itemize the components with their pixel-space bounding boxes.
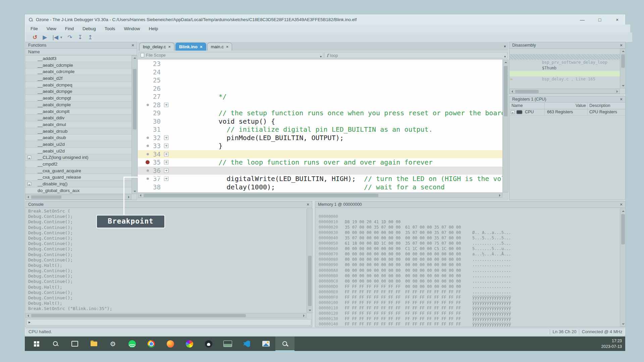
editor-horizontal-scrollbar[interactable] xyxy=(138,192,502,198)
close-registers-icon[interactable] xyxy=(619,96,624,103)
code-line[interactable]: 29 } xyxy=(138,109,502,117)
disassembly-rows[interactable]: bsp_prv_software_delay_loop $Thumb xyxy=(509,49,620,88)
function-dropdown[interactable]: floop ▾ xyxy=(324,52,507,58)
code-line[interactable]: 32 void loop() { xyxy=(138,134,502,142)
function-list-item[interactable]: __aeabi_dcmpgt xyxy=(25,95,131,102)
taskbar-item[interactable] xyxy=(218,337,237,351)
menu-item[interactable]: Tools xyxy=(105,26,115,31)
console-vertical-scrollbar[interactable] xyxy=(307,208,313,313)
run-button[interactable]: ▶ xyxy=(43,35,47,40)
function-list-item[interactable]: __aeabi_drsub xyxy=(25,128,131,135)
code-area[interactable]: 23 */ 24 25 xyxy=(138,60,503,192)
taskbar-item[interactable] xyxy=(65,337,84,351)
code-line[interactable]: 35 digitalWrite(LED_BUILTIN, LOW); // tu… xyxy=(138,158,502,167)
taskbar-item[interactable] xyxy=(256,337,275,351)
function-list-item[interactable]: __CLZ(long unsigned int) xyxy=(25,154,131,161)
fold-toggle-icon[interactable] xyxy=(164,135,168,140)
editor-tab[interactable]: Blink.ino xyxy=(175,43,206,51)
taskbar-item[interactable] xyxy=(180,337,199,351)
close-tab-icon[interactable] xyxy=(200,45,203,49)
title-bar[interactable]: Ozone - The J-Link Debugger V3.30a - C:/… xyxy=(25,15,625,24)
editor-vertical-scrollbar[interactable] xyxy=(502,60,508,192)
disassembly-row[interactable]: 000044F8 CMP R0, #0 xyxy=(509,76,620,82)
function-list-item[interactable]: __aeabi_dmul xyxy=(25,121,131,128)
taskbar-item[interactable] xyxy=(84,337,103,351)
code-line[interactable]: 27 // initialize digital pin LED_BUILTIN… xyxy=(138,93,502,101)
close-button[interactable]: × xyxy=(614,17,620,22)
step-out-button[interactable]: ↥ xyxy=(88,35,93,40)
registers-column-header[interactable]: Name Value Description xyxy=(509,103,625,109)
taskbar-item[interactable] xyxy=(142,337,161,351)
expand-icon[interactable] xyxy=(28,156,31,159)
function-list-item[interactable]: __cmpdf2 xyxy=(25,161,131,168)
menu-item[interactable]: View xyxy=(47,26,56,31)
function-list-item[interactable]: __aeabi_dcmplt xyxy=(25,108,131,115)
close-tab-icon[interactable] xyxy=(226,45,229,49)
taskbar-item[interactable] xyxy=(103,337,122,351)
fold-toggle-icon[interactable] xyxy=(164,160,168,165)
menu-item[interactable]: Find xyxy=(65,26,74,31)
code-line[interactable]: 28 pinMode(LED_BUILTIN, OUTPUT); xyxy=(138,101,502,109)
code-line[interactable]: 30 xyxy=(138,117,502,126)
console-output[interactable]: Break.SetOnSrc ( Debug.Continue(); Debug… xyxy=(25,208,307,312)
function-list-item[interactable]: __disable_irq() xyxy=(25,181,131,187)
expand-icon[interactable] xyxy=(511,110,515,114)
code-line[interactable]: 38 xyxy=(138,183,502,191)
menu-item[interactable]: File xyxy=(31,26,38,31)
tab-list-caret-icon[interactable]: ▾ xyxy=(504,44,506,49)
disassembly-row[interactable]: 000044FA BNE bsp_prv_sof xyxy=(509,82,620,87)
function-list-item[interactable]: __aeabi_dcmpge xyxy=(25,88,131,95)
register-row-cpu[interactable]: CPU 663 Registers CPU Registers xyxy=(509,109,625,116)
code-line[interactable]: 37 } xyxy=(138,175,502,183)
function-list-item[interactable]: __aeabi_dcmpeq xyxy=(25,82,131,88)
file-scope-dropdown[interactable]: File Scope ▾ xyxy=(139,52,323,58)
function-list-item[interactable]: __aeabi_dsub xyxy=(25,134,131,141)
console-horizontal-scrollbar[interactable] xyxy=(25,313,307,318)
functions-column-header[interactable]: Name xyxy=(25,49,137,55)
function-list-item[interactable]: __aeabi_ul2d xyxy=(25,148,131,155)
code-line[interactable]: 24 xyxy=(138,68,502,76)
menu-item[interactable]: Help xyxy=(149,26,158,31)
code-line[interactable]: 33 digitalWrite(LED_BUILTIN, HIGH); // t… xyxy=(138,142,502,150)
disassembly-horizontal-scrollbar[interactable] xyxy=(509,88,620,94)
step-over-button[interactable]: ↷ xyxy=(67,35,72,40)
code-line[interactable]: 23 */ xyxy=(138,60,502,68)
reset-button[interactable]: |◀ xyxy=(52,35,58,40)
fold-toggle-icon[interactable] xyxy=(164,168,168,173)
code-line[interactable]: 34 delay(1000); // wait for a second xyxy=(138,150,502,159)
taskbar-item[interactable] xyxy=(122,337,142,351)
function-list-item[interactable]: __aeabi_dcmple xyxy=(25,102,131,108)
disassembly-row[interactable]: bsp_prv_software_delay_loop xyxy=(509,49,620,54)
close-console-icon[interactable] xyxy=(305,201,311,208)
function-list-item[interactable]: do_global_dtors_aux xyxy=(25,187,131,194)
code-line[interactable]: 25 // the setup function runs once when … xyxy=(138,76,502,84)
close-functions-icon[interactable] xyxy=(130,42,136,49)
taskbar-item[interactable] xyxy=(161,337,180,351)
close-disassembly-icon[interactable] xyxy=(619,42,624,49)
taskbar-clock[interactable]: 17:23 2023-07-13 xyxy=(601,338,622,350)
close-memory-icon[interactable] xyxy=(619,201,624,208)
code-line[interactable]: 26 void setup() { xyxy=(138,84,502,93)
expand-icon[interactable] xyxy=(28,182,31,186)
disassembly-vertical-scrollbar[interactable] xyxy=(620,49,626,88)
close-tab-icon[interactable] xyxy=(168,45,171,49)
disassembly-row[interactable]: 000044F4 SUB.W R0, R0, #1 xyxy=(509,71,620,76)
disassembly-row[interactable]: bsp_delay.c , Line 165 xyxy=(509,65,620,71)
taskbar-item[interactable] xyxy=(237,337,256,351)
memory-vertical-scrollbar[interactable] xyxy=(620,208,626,327)
minimize-button[interactable]: — xyxy=(579,17,585,22)
reset-dropdown-caret[interactable]: ▾ xyxy=(60,36,62,39)
editor-tab[interactable]: main.c xyxy=(207,43,232,51)
taskbar-item[interactable] xyxy=(46,337,65,351)
functions-horizontal-scrollbar[interactable] xyxy=(25,194,131,200)
fold-toggle-icon[interactable] xyxy=(164,103,168,107)
taskbar-item[interactable] xyxy=(275,337,294,351)
code-line[interactable]: 31 // the loop function runs over and ov… xyxy=(138,125,502,134)
step-into-button[interactable]: ↧ xyxy=(78,35,83,40)
function-list-item[interactable]: __cxa_guard_release xyxy=(25,174,131,181)
maximize-button[interactable]: □ xyxy=(597,17,603,22)
editor-tab[interactable]: bsp_delay.c xyxy=(139,43,174,51)
fold-toggle-icon[interactable] xyxy=(164,152,168,156)
function-list-item[interactable]: __aeabi_ui2d xyxy=(25,141,131,148)
function-list-item[interactable]: __adddf3 xyxy=(25,55,131,62)
